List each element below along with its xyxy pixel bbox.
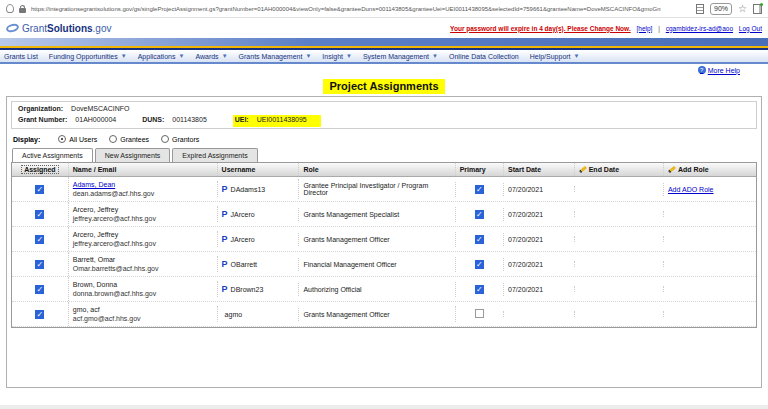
more-help-link[interactable]: ? More Help	[698, 66, 740, 74]
user-name-link[interactable]: Adams, Dean	[73, 180, 213, 189]
table-row: Adams, Deandean.adams@acf.hhs.gov PDAdam…	[12, 177, 756, 202]
radio-button[interactable]	[161, 135, 169, 143]
primary-checkbox[interactable]	[475, 185, 484, 194]
chevron-down-icon: ▼	[121, 53, 127, 59]
username: DBrown23	[231, 286, 264, 293]
grant-info-box: Organization: DoveMSCACINFO Grant Number…	[11, 101, 757, 129]
radio-grantees[interactable]: Grantees	[109, 135, 149, 143]
logout-link[interactable]: Log Out	[739, 25, 762, 32]
help-circle-icon: ?	[698, 66, 706, 74]
assigned-checkbox[interactable]	[35, 260, 44, 269]
user-name: Arcero, Jeffrey	[73, 205, 213, 214]
nav-item-grants-list[interactable]: Grants List	[4, 53, 38, 60]
nav-item-insight[interactable]: Insight▼	[322, 53, 352, 60]
assigned-checkbox[interactable]	[35, 285, 44, 294]
tab-expired-assignments[interactable]: Expired Assignments	[172, 148, 257, 162]
username: DAdams13	[231, 186, 266, 193]
content-panel: Organization: DoveMSCACINFO Grant Number…	[6, 96, 762, 388]
nav-item-funding-opportunities[interactable]: Funding Opportunities▼	[49, 53, 127, 60]
nav-bar: Grants List Funding Opportunities▼ Appli…	[0, 50, 768, 64]
tab-new-assignments[interactable]: New Assignments	[95, 148, 171, 162]
col-header-start-date: Start Date	[503, 163, 574, 176]
radio-all-users[interactable]: All Users	[58, 135, 97, 143]
primary-checkbox[interactable]	[475, 309, 484, 318]
pencil-icon[interactable]	[668, 166, 676, 173]
logo-text: GrantSolutions.gov	[22, 23, 111, 34]
p-badge-icon: P	[222, 259, 228, 269]
start-date: 07/20/2021	[503, 258, 574, 271]
chevron-down-icon: ▼	[574, 53, 580, 59]
role-cell: Financial Management Officer	[298, 258, 454, 271]
radio-button[interactable]	[58, 135, 66, 143]
url-text[interactable]: https://integrationsegrantsolutions.gov/…	[31, 6, 661, 12]
bookmark-star-icon[interactable]: ☆	[738, 4, 747, 14]
radio-grantors[interactable]: Grantors	[161, 135, 199, 143]
end-date	[574, 261, 663, 267]
col-header-end-date: End Date	[574, 163, 663, 176]
reading-list-icon[interactable]	[696, 4, 704, 14]
chevron-down-icon: ▼	[432, 53, 438, 59]
nav-item-online-data-collection[interactable]: Online Data Collection	[449, 53, 519, 60]
organization-value: DoveMSCACINFO	[71, 105, 129, 112]
chevron-down-icon: ▼	[305, 53, 311, 59]
chevron-down-icon: ▼	[346, 53, 352, 59]
end-date	[574, 186, 663, 192]
primary-checkbox[interactable]	[475, 210, 484, 219]
user-email: acf.gmo@acf.hhs.gov	[73, 314, 213, 323]
user-email: jeffrey.arcero@acf.hhs.gov	[73, 239, 213, 248]
uei-value: UEI0011438095	[257, 116, 307, 123]
browser-bar: https://integrationsegrantsolutions.gov/…	[0, 0, 768, 18]
nav-item-help-support[interactable]: Help/Support▼	[530, 53, 580, 60]
user-email: donna.brown@acf.hhs.gov	[73, 289, 213, 298]
app-header: GrantSolutions.gov Your password will ex…	[0, 18, 768, 38]
assignments-table: Assigned Name / Email Username Role Prim…	[11, 162, 757, 328]
grant-number-label: Grant Number:	[18, 116, 67, 123]
grantsolutions-logo[interactable]: GrantSolutions.gov	[6, 23, 111, 34]
username: OBarrett	[231, 261, 257, 268]
page-bottom-edge	[0, 405, 768, 409]
chevron-down-icon: ▼	[178, 53, 184, 59]
zoom-badge[interactable]: 90%	[710, 3, 732, 15]
assigned-checkbox[interactable]	[35, 185, 44, 194]
nav-item-system-management[interactable]: System Management▼	[363, 53, 438, 60]
p-badge-icon: P	[222, 284, 228, 294]
primary-checkbox[interactable]	[475, 260, 484, 269]
nav-item-grants-management[interactable]: Grants Management▼	[239, 53, 312, 60]
col-header-primary: Primary	[455, 163, 503, 176]
pencil-icon[interactable]	[579, 166, 587, 173]
display-label: Display:	[13, 136, 40, 143]
table-row: Arcero, Jeffreyjeffrey.arcero@acf.hhs.go…	[12, 202, 756, 227]
primary-checkbox[interactable]	[475, 235, 484, 244]
uei-label: UEI:	[235, 116, 249, 123]
logo-swoosh-icon	[5, 22, 20, 33]
uei-highlight: UEI: UEI0011438095	[233, 115, 321, 127]
user-name: Arcero, Jeffrey	[73, 230, 213, 239]
lock-icon[interactable]	[19, 8, 26, 13]
add-ado-role-link[interactable]: Add ADO Role	[668, 186, 714, 193]
display-filter: Display: All Users Grantees Grantors	[11, 129, 757, 148]
user-name: gmo, acf	[73, 305, 213, 314]
shield-icon[interactable]	[6, 4, 14, 13]
table-row: gmo, acfacf.gmo@acf.hhs.gov agmo Grants …	[12, 302, 756, 327]
role-cell: Authorizing Official	[298, 283, 454, 296]
tab-active-assignments[interactable]: Active Assignments	[12, 148, 93, 162]
end-date	[574, 311, 663, 317]
assigned-checkbox[interactable]	[35, 310, 44, 319]
radio-button[interactable]	[109, 135, 117, 143]
header-band	[0, 38, 768, 46]
end-date	[574, 286, 663, 292]
assigned-checkbox[interactable]	[35, 235, 44, 244]
help-link[interactable]: [help]	[637, 25, 653, 32]
start-date: 07/20/2021	[503, 183, 574, 196]
col-header-name-email: Name / Email	[68, 163, 217, 176]
nav-item-awards[interactable]: Awards▼	[195, 53, 227, 60]
user-account-link[interactable]: cgambidez-irs-ad@aoo	[666, 25, 733, 32]
nav-item-applications[interactable]: Applications▼	[138, 53, 185, 60]
p-badge-icon: P	[222, 234, 228, 244]
p-badge-icon: P	[222, 209, 228, 219]
assigned-checkbox[interactable]	[35, 210, 44, 219]
header-separator: |	[658, 25, 660, 32]
primary-checkbox[interactable]	[475, 285, 484, 294]
sidebar-panel-icon[interactable]	[753, 4, 762, 14]
chevron-down-icon: ▼	[222, 53, 228, 59]
